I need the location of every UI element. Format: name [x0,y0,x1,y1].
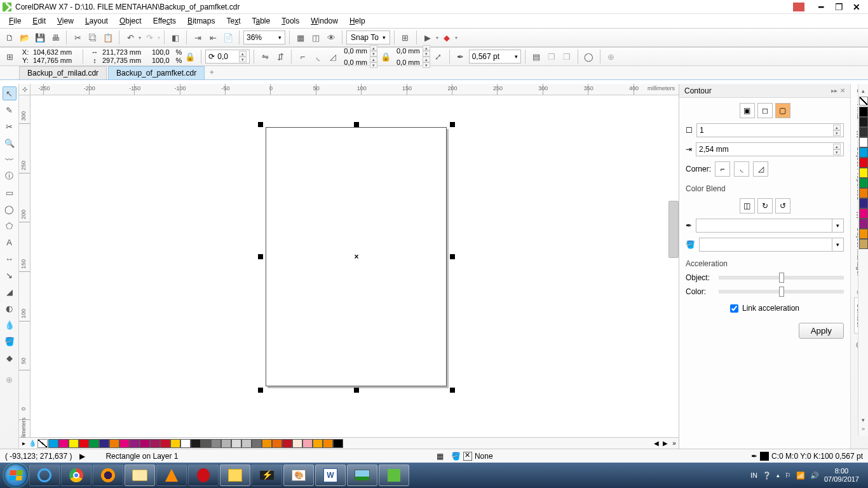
menu-text[interactable]: Text [221,15,245,27]
lock-ratio-icon[interactable]: 🔒 [183,50,197,64]
palette-swatch[interactable] [241,439,252,448]
palette-swatch[interactable] [272,439,282,448]
menu-bitmaps[interactable]: Bitmaps [182,15,220,27]
apply-button[interactable]: Apply [799,323,844,339]
vpalette-up-icon[interactable]: ▴ [862,88,865,94]
menu-window[interactable]: Window [306,15,343,27]
obj-x[interactable]: 104,632 mm [33,48,79,57]
wrap-text-icon[interactable]: ▤ [529,50,543,64]
obj-height[interactable]: 297,735 mm [102,57,148,65]
restore-button[interactable]: ❐ [830,1,848,13]
vpalette-swatch[interactable] [859,219,868,229]
accel-color-slider[interactable] [719,290,844,294]
vpalette-swatch[interactable] [859,137,868,147]
freehand-tool-icon[interactable]: 〰 [3,152,17,166]
corner-c[interactable]: 0,0 mm [397,47,420,55]
selection-handle-s[interactable] [354,388,359,393]
chamfer-corner-icon[interactable]: ◿ [326,50,340,64]
selection-handle-ne[interactable] [450,122,455,127]
taskbar-coreldraw[interactable] [379,464,409,486]
vpalette-swatch[interactable] [859,178,868,188]
taskbar-explorer[interactable] [125,464,155,486]
taskbar-vlc[interactable] [156,464,187,486]
docker-collapse-icon[interactable]: ▸▸ [831,87,837,94]
menu-layout[interactable]: Layout [80,15,113,27]
text-tool-icon[interactable]: A [3,235,17,249]
ellipse-tool-icon[interactable]: ◯ [3,202,17,216]
palette-scroll-left-icon[interactable]: ◀ [652,440,661,447]
app-launcher-icon[interactable]: ◆ [440,30,454,44]
new-doc-tab[interactable]: + [206,68,217,79]
taskbar-word[interactable]: W [315,464,346,486]
contour-offset-input[interactable]: 2,54 mm▴▾ [696,142,844,156]
fill-none-swatch[interactable] [463,452,472,461]
open-file-icon[interactable]: 📂 [18,30,32,44]
to-front-icon[interactable]: ❒ [545,50,559,64]
selection-handle-n[interactable] [354,122,359,127]
zoom-level-input[interactable]: ▾ [243,30,285,44]
selection-handle-e[interactable] [450,254,455,259]
blend-cw-icon[interactable]: ↻ [757,198,773,214]
palette-swatch[interactable] [109,439,119,448]
user-badge-icon[interactable] [793,3,804,11]
scale-y[interactable]: 100,0 [152,57,170,65]
corner-a[interactable]: 0,0 mm [344,47,367,55]
parallel-dim-icon[interactable]: ↔ [3,252,17,266]
save-file-icon[interactable]: 💾 [33,30,47,44]
menu-tools[interactable]: Tools [276,15,304,27]
menu-view[interactable]: View [52,15,79,27]
vertical-scrollbar[interactable] [668,95,679,447]
selection-center-marker[interactable]: × [354,252,358,261]
tray-network-icon[interactable]: 📶 [796,471,805,480]
corner-bevel-icon[interactable]: ◿ [753,161,768,177]
vpalette-swatch[interactable] [859,168,868,178]
taskbar-notes[interactable] [220,464,250,486]
obj-width[interactable]: 211,723 mm [102,48,148,57]
status-play-icon[interactable]: ▶ [79,452,85,461]
rectangle-tool-icon[interactable]: ▭ [3,186,17,200]
mirror-v-icon[interactable]: ⇵ [273,50,287,64]
accel-object-slider[interactable] [719,276,844,280]
taskbar-chrome[interactable] [61,464,92,486]
pick-tool-icon[interactable]: ↖ [3,86,17,100]
palette-swatch[interactable] [140,439,150,448]
vpalette-swatch[interactable] [859,229,868,239]
smart-fill-icon[interactable]: ◆ [3,351,17,365]
lock-corners-icon[interactable]: 🔒 [379,50,393,64]
palette-swatch[interactable] [221,439,231,448]
palette-swatch[interactable] [302,439,313,448]
doc-tab-1[interactable]: Backup_of_pamfket.cdr [108,66,205,79]
palette-swatch[interactable] [211,439,221,448]
relative-corner-icon[interactable]: ⤢ [431,50,445,64]
outline-width-input[interactable]: 0,567 pt▾ [469,50,521,64]
palette-swatch[interactable] [282,439,292,448]
menu-file[interactable]: File [4,15,26,27]
contour-outside-icon[interactable]: ▢ [775,103,790,118]
palette-swatch[interactable] [191,439,201,448]
palette-swatch[interactable] [201,439,211,448]
palette-swatch[interactable] [231,439,241,448]
quick-customize-tool-icon[interactable]: ⊕ [3,372,17,386]
color-proof-icon[interactable]: ▦ [437,452,444,461]
undo-icon[interactable]: ↶ [123,30,137,44]
search-content-icon[interactable]: ◧ [168,30,182,44]
no-color-swatch[interactable] [37,439,48,448]
blend-ccw-icon[interactable]: ↺ [775,198,790,214]
round-corner-icon[interactable]: ⌐ [295,50,309,64]
palette-swatch[interactable] [170,439,180,448]
palette-swatch[interactable] [119,439,130,448]
print-icon[interactable]: 🖶 [48,30,62,44]
taskbar-photos[interactable] [347,464,377,486]
mirror-h-icon[interactable]: ⇋ [258,50,272,64]
palette-swatch[interactable] [79,439,89,448]
shape-tool-icon[interactable]: ✎ [3,103,17,117]
copy-icon[interactable]: ⿻ [86,30,100,44]
artistic-media-icon[interactable]: ⓘ [3,169,17,183]
palette-swatch[interactable] [252,439,262,448]
palette-expand-icon[interactable]: » [670,440,679,447]
paste-icon[interactable]: 📋 [101,30,115,44]
selection-handle-nw[interactable] [258,122,263,127]
menu-effects[interactable]: Effects [148,15,181,27]
vpalette-expand-icon[interactable]: » [862,426,865,432]
vpalette-swatch[interactable] [859,107,868,117]
